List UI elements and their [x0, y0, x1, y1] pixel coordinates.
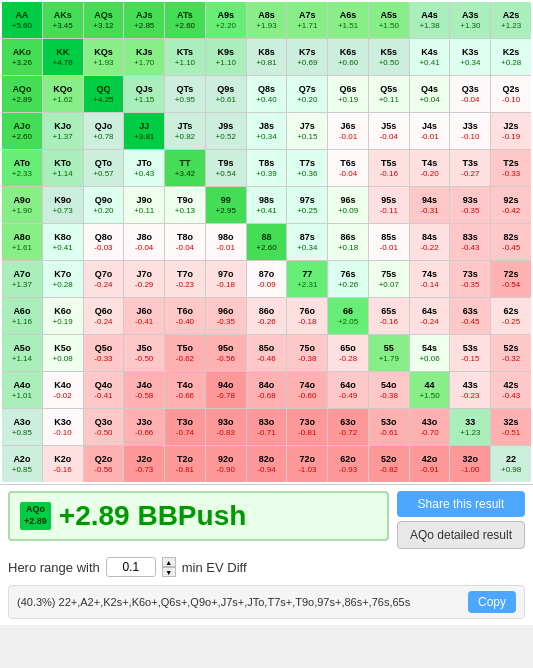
hand-cell[interactable]: Q7s+0.20 [287, 76, 327, 112]
hand-cell[interactable]: AJo+2.60 [2, 113, 42, 149]
hand-cell[interactable]: K9o+0.73 [43, 187, 83, 223]
hand-cell[interactable]: A3s+1.30 [450, 2, 490, 38]
hand-cell[interactable]: T7s+0.36 [287, 150, 327, 186]
hand-cell[interactable]: Q2o-0.56 [84, 446, 124, 482]
hand-cell[interactable]: Q4o-0.41 [84, 372, 124, 408]
hand-cell[interactable]: 84s-0.22 [410, 224, 450, 260]
hand-cell[interactable]: Q8o-0.03 [84, 224, 124, 260]
hand-cell[interactable]: 72o-1.03 [287, 446, 327, 482]
hand-cell[interactable]: 74o-0.60 [287, 372, 327, 408]
hand-cell[interactable]: 54s+0.06 [410, 335, 450, 371]
hand-cell[interactable]: 94s-0.31 [410, 187, 450, 223]
hand-cell[interactable]: J7s+0.15 [287, 113, 327, 149]
hand-cell[interactable]: A5s+1.50 [369, 2, 409, 38]
ev-diff-input[interactable] [106, 557, 156, 577]
hand-cell[interactable]: 74s-0.14 [410, 261, 450, 297]
hand-cell[interactable]: K5s+0.50 [369, 39, 409, 75]
hand-cell[interactable]: J6s-0.01 [328, 113, 368, 149]
hand-cell[interactable]: 64s-0.24 [410, 298, 450, 334]
hand-cell[interactable]: ATo+2.33 [2, 150, 42, 186]
hand-cell[interactable]: J5s-0.04 [369, 113, 409, 149]
hand-cell[interactable]: A6s+1.51 [328, 2, 368, 38]
hand-cell[interactable]: JTs+0.82 [165, 113, 205, 149]
hand-cell[interactable]: 85s-0.01 [369, 224, 409, 260]
hand-cell[interactable]: 52s-0.32 [491, 335, 531, 371]
hand-cell[interactable]: J9o+0.11 [124, 187, 164, 223]
hand-cell[interactable]: 64o-0.49 [328, 372, 368, 408]
hand-cell[interactable]: 94o-0.78 [206, 372, 246, 408]
hand-cell[interactable]: ATs+2.60 [165, 2, 205, 38]
hand-cell[interactable]: T7o-0.23 [165, 261, 205, 297]
copy-button[interactable]: Copy [468, 591, 516, 613]
hand-cell[interactable]: Q6s+0.19 [328, 76, 368, 112]
hand-cell[interactable]: 62o-0.93 [328, 446, 368, 482]
hand-cell[interactable]: KK+4.78 [43, 39, 83, 75]
hand-cell[interactable]: 76o-0.18 [287, 298, 327, 334]
hand-cell[interactable]: K7o+0.28 [43, 261, 83, 297]
hand-cell[interactable]: TT+3.42 [165, 150, 205, 186]
hand-cell[interactable]: 62s-0.25 [491, 298, 531, 334]
hand-cell[interactable]: K8o+0.41 [43, 224, 83, 260]
hand-cell[interactable]: 76s+0.26 [328, 261, 368, 297]
hand-cell[interactable]: A8o+1.61 [2, 224, 42, 260]
hand-cell[interactable]: J3s-0.10 [450, 113, 490, 149]
hand-cell[interactable]: K4o-0.02 [43, 372, 83, 408]
hand-cell[interactable]: QTs+0.95 [165, 76, 205, 112]
hand-cell[interactable]: T3s-0.27 [450, 150, 490, 186]
hand-cell[interactable]: T8s+0.39 [247, 150, 287, 186]
hand-cell[interactable]: Q9o+0.20 [84, 187, 124, 223]
hand-cell[interactable]: AKs+3.45 [43, 2, 83, 38]
hand-cell[interactable]: AQo+2.89 [2, 76, 42, 112]
hand-cell[interactable]: 54o-0.38 [369, 372, 409, 408]
hand-cell[interactable]: KJo+1.37 [43, 113, 83, 149]
hand-cell[interactable]: T4s-0.20 [410, 150, 450, 186]
hand-cell[interactable]: KTs+1.10 [165, 39, 205, 75]
hand-cell[interactable]: JTo+0.43 [124, 150, 164, 186]
hand-cell[interactable]: K5o+0.08 [43, 335, 83, 371]
hand-cell[interactable]: 22+0.98 [491, 446, 531, 482]
hand-cell[interactable]: J7o-0.29 [124, 261, 164, 297]
hand-cell[interactable]: 43o-0.70 [410, 409, 450, 445]
hand-cell[interactable]: A8s+1.93 [247, 2, 287, 38]
hand-cell[interactable]: 73s-0.35 [450, 261, 490, 297]
hand-cell[interactable]: QQ+4.25 [84, 76, 124, 112]
hand-cell[interactable]: 88+2.60 [247, 224, 287, 260]
hand-cell[interactable]: K2o-0.16 [43, 446, 83, 482]
hand-cell[interactable]: KQo+1.62 [43, 76, 83, 112]
hand-cell[interactable]: Q5s+0.11 [369, 76, 409, 112]
hand-cell[interactable]: 92o-0.90 [206, 446, 246, 482]
hand-cell[interactable]: T3o-0.74 [165, 409, 205, 445]
hand-cell[interactable]: A6o+1.16 [2, 298, 42, 334]
hand-cell[interactable]: 96s+0.09 [328, 187, 368, 223]
hand-cell[interactable]: A9o+1.90 [2, 187, 42, 223]
hand-cell[interactable]: A7s+1.71 [287, 2, 327, 38]
hand-cell[interactable]: Q4s+0.04 [410, 76, 450, 112]
hand-cell[interactable]: Q8s+0.40 [247, 76, 287, 112]
hand-cell[interactable]: Q2s-0.10 [491, 76, 531, 112]
hand-cell[interactable]: 52o-0.82 [369, 446, 409, 482]
hand-cell[interactable]: T6s-0.04 [328, 150, 368, 186]
hand-cell[interactable]: QJs+1.15 [124, 76, 164, 112]
hand-cell[interactable]: A4o+1.01 [2, 372, 42, 408]
hand-cell[interactable]: 42s-0.43 [491, 372, 531, 408]
hand-cell[interactable]: 42o-0.91 [410, 446, 450, 482]
hand-cell[interactable]: 92s-0.42 [491, 187, 531, 223]
hand-cell[interactable]: J8o-0.04 [124, 224, 164, 260]
hand-cell[interactable]: T9o+0.13 [165, 187, 205, 223]
hand-cell[interactable]: KJs+1.70 [124, 39, 164, 75]
hand-cell[interactable]: 72s-0.54 [491, 261, 531, 297]
hand-cell[interactable]: A7o+1.37 [2, 261, 42, 297]
hand-cell[interactable]: K6o+0.19 [43, 298, 83, 334]
hand-cell[interactable]: T6o-0.40 [165, 298, 205, 334]
hand-cell[interactable]: 87o-0.09 [247, 261, 287, 297]
hand-cell[interactable]: 65s-0.16 [369, 298, 409, 334]
hand-cell[interactable]: 55+1.79 [369, 335, 409, 371]
hand-cell[interactable]: J4o-0.58 [124, 372, 164, 408]
hand-cell[interactable]: J8s+0.34 [247, 113, 287, 149]
hand-cell[interactable]: QJo+0.78 [84, 113, 124, 149]
hand-cell[interactable]: KTo+1.14 [43, 150, 83, 186]
hand-cell[interactable]: 83o-0.71 [247, 409, 287, 445]
hand-cell[interactable]: 33+1.23 [450, 409, 490, 445]
hand-cell[interactable]: A4s+1.38 [410, 2, 450, 38]
hand-cell[interactable]: 84o-0.68 [247, 372, 287, 408]
